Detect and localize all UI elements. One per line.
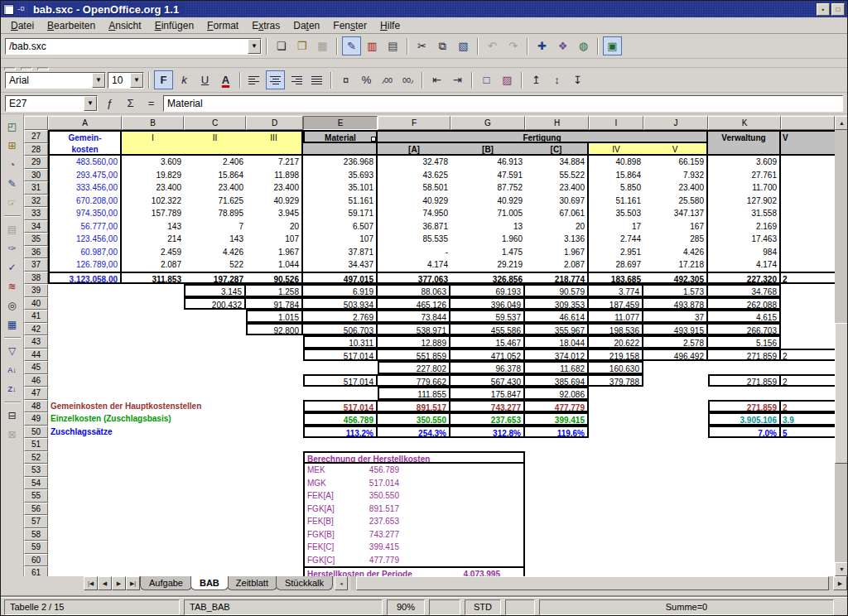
cell-H50[interactable]: 119,6% [525,426,589,439]
cell-H48[interactable]: 477.779 [525,400,589,413]
cell-J34[interactable]: 167 [643,220,708,233]
cell-A34[interactable]: 56.777,00 [48,220,122,233]
paste-icon[interactable]: ▧ [454,36,473,55]
align-justify-icon[interactable] [307,70,326,89]
cell-D42[interactable]: 92.800 [246,323,303,336]
cell-F44[interactable]: 551.859 [378,349,450,362]
cell-E38[interactable]: 497.015 [303,272,378,285]
align-vcenter-icon[interactable]: ↕ [547,70,566,89]
cell-E32[interactable]: 51.161 [303,195,378,208]
sum-icon[interactable]: Σ [121,94,140,113]
cell-F40[interactable]: 465.126 [378,297,450,310]
cell-I40[interactable]: 187.459 [589,297,643,310]
cell-E50[interactable]: 113,2% [303,426,378,439]
cell-K37[interactable]: 4.174 [708,258,781,272]
cell-F49[interactable]: 350.550 [378,412,450,426]
cell-G48[interactable]: 743.277 [450,400,525,413]
first-sheet-icon[interactable]: |◀ [84,576,98,590]
cell-I43[interactable]: 20.622 [589,335,643,349]
col-header-I[interactable]: I [589,116,643,130]
row-header-40[interactable]: 40 [24,297,48,310]
increase-indent-icon[interactable]: ⇥ [448,70,467,89]
cell-D33[interactable]: 3.945 [246,207,303,220]
url-combobox[interactable]: /bab.sxc ▼ [5,38,262,55]
scroll-right-icon[interactable]: ▶ [833,576,847,590]
cell-D37[interactable]: 1.044 [246,258,303,272]
col-header-C[interactable]: C [184,116,246,130]
cell-E41[interactable]: 2.769 [303,310,378,323]
bold-icon[interactable]: F [154,70,173,89]
print-icon[interactable]: ▤ [383,36,402,55]
cell-G39[interactable]: 69.193 [450,284,525,297]
cell-B29[interactable]: 3.609 [122,156,184,169]
cell-F41[interactable]: 73.844 [378,310,450,323]
menu-ansicht[interactable]: Ansicht [102,18,147,33]
cell-K40[interactable]: 262.088 [708,297,781,310]
cell-E27[interactable]: Material [303,130,378,143]
menu-hilfe[interactable]: Hilfe [373,18,407,33]
cell-B35[interactable]: 214 [122,233,184,246]
cell-G29[interactable]: 46.913 [450,156,525,169]
chevron-down-icon[interactable]: ▼ [92,73,105,88]
cell-B38[interactable]: 311.853 [122,272,184,285]
save-icon[interactable]: ▦ [313,36,332,55]
cell-A50[interactable]: Zuschlagssätze [48,426,303,439]
horizontal-scrollbar[interactable]: ▶ [351,576,847,590]
cell-L46[interactable]: 2 [781,374,835,387]
row-header-44[interactable]: 44 [24,349,48,362]
row-header-51[interactable]: 51 [24,438,48,451]
cell-K35[interactable]: 17.463 [708,233,781,246]
cell-K41[interactable]: 4.615 [708,310,781,323]
cell-K42[interactable]: 266.703 [708,323,781,336]
cell-G38[interactable]: 326.856 [450,272,525,285]
sort-descending-icon[interactable]: Z↓ [3,380,22,398]
row-header-27[interactable]: 27 [24,130,48,143]
export-pdf-icon[interactable]: ▥ [363,36,382,55]
function-wizard-icon[interactable]: ƒ [100,94,119,113]
cell-E39[interactable]: 6.919 [303,284,378,297]
cell-K34[interactable]: 2.169 [708,220,781,233]
cell-A30[interactable]: 293.475,00 [48,169,122,182]
cell-C36[interactable]: 4.426 [184,246,246,259]
cell-F32[interactable]: 40.929 [378,195,450,208]
cell-G49[interactable]: 237.653 [450,412,525,426]
row-header-33[interactable]: 33 [24,207,48,220]
cell-D38[interactable]: 90.526 [246,272,303,285]
delete-decimal-icon[interactable]: 00٫ [398,70,417,89]
cell-H40[interactable]: 309.353 [525,297,589,310]
col-header-G[interactable]: G [450,116,525,130]
tab-scroll-button[interactable]: ◂ [335,576,348,590]
cell-G50[interactable]: 312,8% [450,426,525,439]
row-header-49[interactable]: 49 [24,412,48,426]
cell-F45[interactable]: 227.802 [378,361,450,374]
cell-I36[interactable]: 2.951 [589,246,643,259]
cell-C28[interactable] [184,143,246,156]
cell-H28[interactable]: [C] [525,143,589,156]
cell-G42[interactable]: 455.586 [450,323,525,336]
cell-G41[interactable]: 59.537 [450,310,525,323]
row-header-47[interactable]: 47 [24,387,48,400]
spellcheck-icon[interactable]: ✓ [3,258,22,277]
cell-L44[interactable]: 2 [781,349,835,362]
cell-G34[interactable]: 13 [450,220,525,233]
cell-C33[interactable]: 78.895 [184,207,246,220]
cell-B28[interactable] [122,143,184,156]
font-name-combobox[interactable]: Arial ▼ [5,72,106,89]
cell-J43[interactable]: 2.578 [643,335,708,349]
window-icon[interactable] [3,4,14,15]
cell-F30[interactable]: 43.625 [378,169,450,182]
ungroup-icon[interactable]: ⊠ [3,426,22,444]
cell-F36[interactable]: - [378,246,450,259]
window-pin-icon[interactable]: -¤ [17,5,25,13]
col-header-J[interactable]: J [643,116,708,130]
cell-J36[interactable]: 4.426 [643,246,708,259]
font-color-icon[interactable]: A [216,70,235,89]
cell-H33[interactable]: 67.061 [525,207,589,220]
sheet-tab-aufgabe[interactable]: Aufgabe [140,576,192,590]
font-size-combobox[interactable]: 10 ▼ [108,72,144,89]
cell-D28[interactable] [246,143,303,156]
cell-H46[interactable]: 385.694 [525,374,589,387]
row-header-41[interactable]: 41 [24,310,48,323]
vertical-scrollbar[interactable]: ▲ ▼ [835,116,848,576]
cell-C38[interactable]: 197.287 [184,272,246,285]
